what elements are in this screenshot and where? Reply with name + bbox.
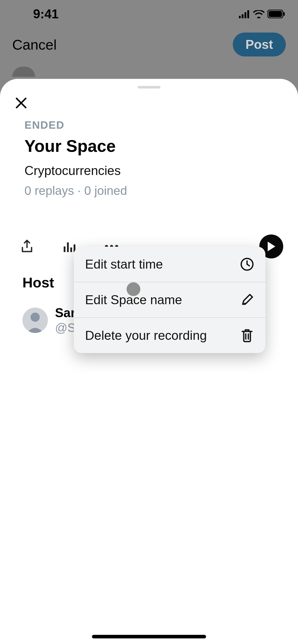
menu-edit-start-time[interactable]: Edit start time xyxy=(74,247,265,282)
menu-delete-recording[interactable]: Delete your recording xyxy=(74,317,265,353)
svg-rect-9 xyxy=(70,247,72,252)
analytics-icon xyxy=(63,240,76,253)
space-sheet: ENDED Your Space Cryptocurrencies 0 repl… xyxy=(0,79,298,644)
play-icon xyxy=(267,241,276,252)
menu-item-label: Delete your recording xyxy=(85,328,207,343)
touch-indicator xyxy=(127,282,140,296)
space-stats: 0 replays · 0 joined xyxy=(12,184,286,198)
menu-edit-space-name[interactable]: Edit Space name xyxy=(74,282,265,317)
share-button[interactable] xyxy=(19,239,35,254)
trash-icon xyxy=(240,328,254,343)
clock-icon xyxy=(240,257,254,271)
space-topic: Cryptocurrencies xyxy=(12,163,286,178)
home-indicator[interactable] xyxy=(92,635,206,638)
menu-item-label: Edit start time xyxy=(85,257,163,272)
share-icon xyxy=(20,239,34,254)
space-status: ENDED xyxy=(12,119,286,131)
avatar xyxy=(22,308,48,333)
pencil-icon xyxy=(240,293,254,307)
sheet-grabber[interactable] xyxy=(138,86,160,89)
options-menu: Edit start time Edit Space name Delete y… xyxy=(74,247,265,353)
space-title: Your Space xyxy=(12,136,286,156)
close-icon xyxy=(15,97,27,109)
svg-point-14 xyxy=(31,313,40,322)
svg-rect-8 xyxy=(67,242,69,252)
user-icon xyxy=(22,308,48,333)
close-button[interactable] xyxy=(12,94,30,112)
svg-rect-7 xyxy=(64,246,65,252)
